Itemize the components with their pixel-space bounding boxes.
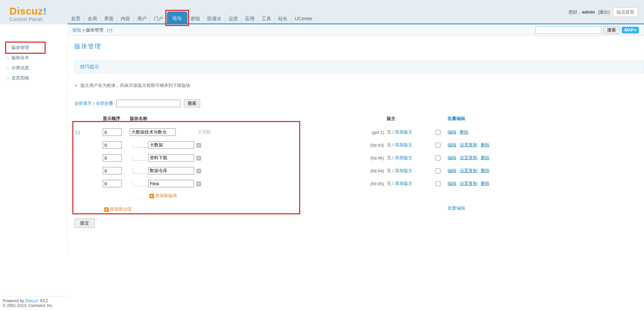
- logo-excl: !: [43, 5, 47, 17]
- sidebar-item-forum-manage[interactable]: 版块管理: [5, 42, 46, 54]
- crumb-add[interactable]: [+]: [107, 27, 112, 32]
- tree-line-icon: [133, 156, 148, 161]
- forum-order-input[interactable]: [103, 154, 122, 162]
- global-search-button[interactable]: 搜索: [603, 26, 620, 34]
- forum-copy[interactable]: 设置复制: [460, 142, 477, 147]
- nav-antispam[interactable]: 防灌水: [204, 14, 225, 23]
- site-home-button[interactable]: 站点首页: [613, 7, 638, 17]
- forum-copy[interactable]: 设置复制: [460, 168, 477, 173]
- logo-subtitle: Control Panel: [9, 16, 68, 22]
- forum-id: (fid:44): [257, 164, 385, 177]
- nav-global[interactable]: 全局: [84, 14, 101, 23]
- chevron-down-icon: ▾: [634, 28, 636, 32]
- collapse-all[interactable]: 全部折叠: [96, 101, 113, 106]
- add-subforum-icon[interactable]: +: [196, 182, 201, 186]
- forum-edit[interactable]: 编辑: [448, 142, 456, 147]
- forum-name-input[interactable]: [148, 141, 194, 149]
- nav-group[interactable]: 群组: [187, 14, 204, 23]
- nav-ucenter[interactable]: UCenter: [291, 14, 316, 23]
- forum-delete[interactable]: 删除: [481, 168, 490, 173]
- crumb-root[interactable]: 论坛: [72, 27, 81, 32]
- add-subforum-icon[interactable]: +: [196, 156, 201, 161]
- forum-filter-input[interactable]: [116, 100, 181, 107]
- logo-text: Discuz: [9, 5, 43, 17]
- global-search-input[interactable]: [535, 26, 601, 34]
- forum-name-input[interactable]: [148, 180, 194, 187]
- group-id: (gid:1): [257, 126, 385, 139]
- tip-header: 技巧提示: [74, 60, 644, 74]
- forum-select-checkbox[interactable]: [435, 168, 440, 173]
- group-select-checkbox[interactable]: [435, 130, 440, 135]
- sidebar-item-forum-merge[interactable]: 版块合并: [6, 53, 67, 63]
- forum-delete[interactable]: 删除: [481, 155, 490, 160]
- add-group-link[interactable]: 添加新分区: [110, 207, 132, 212]
- sidebar-item-category-info[interactable]: 分类信息: [6, 63, 67, 73]
- forum-select-checkbox[interactable]: [435, 181, 440, 186]
- crumb-current: 版块管理: [86, 27, 103, 32]
- forum-select-checkbox[interactable]: [435, 156, 440, 161]
- batch-edit-bottom[interactable]: 批量编辑: [448, 206, 465, 211]
- col-name: 版块名称: [128, 114, 257, 126]
- forum-delete[interactable]: 删除: [481, 181, 490, 186]
- group-edit[interactable]: 编辑: [448, 129, 456, 135]
- forum-copy[interactable]: 设置复制: [460, 155, 477, 160]
- forum-id: (fid:45): [257, 177, 385, 190]
- forum-add-moderator[interactable]: 添加版主: [395, 168, 412, 173]
- forum-edit[interactable]: 编辑: [448, 181, 456, 186]
- sidebar-item-home-grid[interactable]: 首页四格: [6, 73, 67, 83]
- submit-button[interactable]: 提交: [74, 218, 95, 228]
- nav-forum[interactable]: 论坛: [167, 11, 187, 24]
- nav-users[interactable]: 用户: [134, 14, 150, 23]
- logout-link[interactable]: [退出]: [598, 9, 610, 15]
- forum-add-moderator[interactable]: 添加版主: [395, 155, 412, 160]
- plus-icon[interactable]: +: [104, 207, 109, 212]
- logo: Discuz! Control Panel: [0, 6, 68, 24]
- forum-id: (fid:46): [257, 151, 385, 164]
- forum-filter-button[interactable]: 搜索: [184, 99, 200, 108]
- forum-copy[interactable]: 设置复制: [460, 181, 477, 186]
- col-mod: 版主: [385, 114, 433, 126]
- group-order-input[interactable]: [103, 128, 122, 136]
- nav-apps[interactable]: 应用: [242, 14, 258, 23]
- group-name-input[interactable]: [130, 128, 176, 136]
- forum-edit[interactable]: 编辑: [448, 168, 456, 173]
- forum-delete[interactable]: 删除: [481, 142, 490, 147]
- nav-home[interactable]: 首页: [68, 14, 84, 23]
- map-button[interactable]: MAP▾: [622, 27, 639, 33]
- tip-item: 版主用户名为粗体，则表示该版主权限可继承到下级版块: [80, 81, 644, 90]
- forum-id: (fid:43): [257, 139, 385, 151]
- nav-content[interactable]: 内容: [117, 14, 134, 23]
- tree-line-icon: [133, 143, 148, 148]
- group-collapse-toggle[interactable]: [-]: [76, 130, 80, 135]
- forum-add-moderator[interactable]: 添加版主: [395, 181, 412, 186]
- add-subforum-icon[interactable]: +: [196, 143, 201, 148]
- tree-line-icon: [133, 194, 148, 198]
- col-batch[interactable]: 批量编辑: [448, 116, 465, 121]
- forum-name-input[interactable]: [148, 154, 194, 162]
- forum-name-input[interactable]: [148, 167, 194, 174]
- current-user: admin: [582, 9, 595, 15]
- forum-edit[interactable]: 编辑: [448, 155, 456, 160]
- page-title: 版块管理: [74, 43, 644, 50]
- group-mainnav-label: 主导航: [198, 129, 211, 135]
- nav-ui[interactable]: 界面: [101, 14, 117, 23]
- col-order: 显示顺序: [101, 114, 128, 126]
- forum-select-checkbox[interactable]: [435, 143, 440, 148]
- group-delete[interactable]: 删除: [460, 129, 469, 135]
- nav-portal[interactable]: 门户: [150, 14, 167, 23]
- tree-line-icon: [133, 182, 148, 186]
- forum-add-moderator[interactable]: 添加版主: [395, 142, 412, 147]
- plus-icon[interactable]: +: [149, 194, 154, 198]
- expand-all[interactable]: 全部展开: [74, 101, 92, 106]
- top-nav: 首页 全局 界面 内容 用户 门户 论坛 群组 防灌水 运营 应用 工具 站长 …: [68, 12, 644, 24]
- add-subforum-icon[interactable]: +: [196, 169, 201, 173]
- add-forum-link[interactable]: 添加新版块: [155, 193, 177, 198]
- group-add-moderator[interactable]: 添加版主: [395, 129, 412, 135]
- forum-order-input[interactable]: [103, 180, 122, 187]
- nav-tools[interactable]: 工具: [258, 14, 275, 23]
- nav-founder[interactable]: 站长: [275, 14, 291, 23]
- nav-ops[interactable]: 运营: [225, 14, 242, 23]
- breadcrumb: 论坛 » 版块管理 [+]: [72, 27, 112, 33]
- forum-order-input[interactable]: [103, 167, 122, 174]
- forum-order-input[interactable]: [103, 141, 122, 149]
